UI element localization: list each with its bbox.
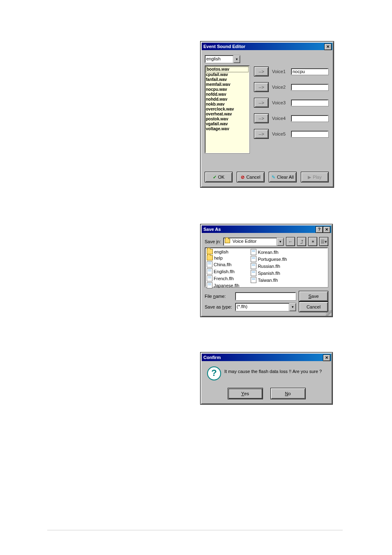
save-as-type-select[interactable]: (*.flh) ▾	[235, 303, 296, 311]
file-name-input[interactable]	[235, 292, 296, 301]
list-item[interactable]: French.flh	[207, 275, 239, 281]
view-icon[interactable]: ☰▾	[319, 237, 328, 246]
save-button[interactable]: Save	[299, 291, 328, 302]
voice-row-5: --> Voice5	[254, 129, 329, 138]
list-item[interactable]: Japanese.flh	[207, 282, 239, 288]
no-button[interactable]: No	[270, 388, 306, 399]
clear-all-button-label: Clear All	[277, 175, 294, 180]
close-icon[interactable]: ✕	[323, 355, 330, 361]
file-icon	[251, 270, 256, 276]
save-as-type-value: (*.flh)	[237, 304, 247, 309]
list-item[interactable]: nofdd.wav	[206, 92, 249, 97]
voice-row-3: --> Voice3	[254, 98, 329, 107]
clear-all-button[interactable]: ✎ Clear All	[269, 172, 297, 182]
new-folder-icon[interactable]: ✶	[308, 237, 317, 246]
list-item[interactable]: cpufail.wav	[206, 72, 249, 77]
list-item[interactable]: nocpu.wav	[206, 87, 249, 92]
cancel-button[interactable]: Cancel	[299, 302, 328, 312]
list-item[interactable]: postok.wav	[206, 117, 249, 122]
confirm-dialog: Confirm ✕ ? It may cause the flash data …	[200, 352, 333, 405]
list-item[interactable]: memfail.wav	[206, 82, 249, 87]
titlebar: Event Sound Editor ✕	[202, 43, 332, 50]
voice-label: Voice3	[272, 100, 288, 105]
list-item[interactable]: nokb.wav	[206, 102, 249, 107]
check-icon: ✓	[213, 175, 217, 180]
list-item[interactable]: vgafail.wav	[206, 122, 249, 127]
ok-button[interactable]: ✓ OK	[205, 172, 233, 182]
list-item[interactable]: Korean.flh	[251, 249, 287, 255]
voice-row-2: --> Voice2	[254, 83, 329, 92]
titlebar-text: Confirm	[203, 354, 221, 361]
assign-button[interactable]: -->	[254, 82, 269, 92]
voice-label: Voice4	[272, 116, 288, 121]
save-as-type-label: Save as type:	[205, 304, 233, 309]
list-item[interactable]: Portuguese.flh	[251, 256, 287, 262]
list-item[interactable]: overclock.wav	[206, 107, 249, 112]
chevron-down-icon[interactable]: ▾	[277, 238, 284, 246]
wav-listbox[interactable]: bootos.wav cpufail.wav fanfail.wav memfa…	[205, 65, 250, 154]
list-item[interactable]: voltage.wav	[206, 127, 249, 131]
voice-row-4: --> Voice4	[254, 114, 329, 123]
play-button-label: Play	[313, 175, 321, 180]
up-folder-icon[interactable]: ⮥	[297, 237, 306, 246]
list-item[interactable]: nohdd.wav	[206, 97, 249, 102]
question-icon: ?	[207, 366, 221, 380]
list-item[interactable]: English.flh	[207, 268, 239, 274]
assign-button[interactable]: -->	[254, 98, 269, 108]
list-item[interactable]: help	[207, 255, 239, 260]
back-icon[interactable]: ←	[286, 237, 295, 246]
file-name-label: File name:	[205, 294, 233, 299]
cancel-button[interactable]: ⊘ Cancel	[237, 172, 265, 182]
chevron-down-icon[interactable]: ▾	[233, 55, 240, 63]
list-item[interactable]: fanfail.wav	[206, 77, 249, 82]
list-item[interactable]: Russian.flh	[251, 263, 287, 269]
event-sound-editor-dialog: Event Sound Editor ✕ english ▾ bootos.wa…	[200, 41, 334, 188]
list-item[interactable]: english	[207, 249, 239, 254]
close-icon[interactable]: ✕	[323, 226, 330, 233]
list-item[interactable]: overheat.wav	[206, 112, 249, 117]
save-as-dialog: Save As ? ✕ Save in: Voice Editor ▾ ← ⮥ …	[200, 224, 333, 317]
list-item[interactable]: Taiwan.flh	[251, 277, 287, 283]
page-divider	[47, 530, 343, 530]
save-in-value: Voice Editor	[233, 239, 257, 244]
voice-label: Voice5	[272, 131, 288, 136]
language-select-value: english	[206, 56, 221, 61]
yes-button[interactable]: Yes	[228, 388, 263, 399]
folder-open-icon	[225, 239, 230, 243]
dialog-button-bar: Yes No	[201, 388, 332, 399]
assign-button[interactable]: -->	[254, 67, 269, 76]
chevron-down-icon[interactable]: ▾	[289, 303, 296, 311]
list-item[interactable]: bootos.wav	[206, 67, 249, 72]
voice2-input[interactable]	[291, 84, 329, 91]
ok-button-label: OK	[218, 175, 225, 180]
voice5-input[interactable]	[291, 131, 329, 138]
voice-row-1: --> Voice1 nocpu	[254, 67, 329, 76]
confirm-message: It may cause the flash data loss !! Are …	[224, 369, 327, 374]
brush-icon: ✎	[272, 175, 275, 180]
file-list-pane[interactable]: english help China.flh English.flh Frenc…	[205, 247, 328, 288]
folder-icon	[207, 255, 213, 260]
help-icon[interactable]: ?	[316, 226, 323, 233]
assign-button[interactable]: -->	[254, 129, 269, 139]
file-icon	[207, 275, 212, 281]
titlebar-text: Save As	[203, 226, 221, 233]
file-icon	[251, 263, 256, 269]
voice3-input[interactable]	[291, 99, 329, 106]
file-icon	[207, 282, 212, 288]
save-in-select[interactable]: Voice Editor ▾	[223, 237, 284, 246]
voice4-input[interactable]	[291, 115, 329, 122]
voice1-input[interactable]: nocpu	[291, 68, 329, 75]
voice-label: Voice2	[272, 85, 288, 90]
cancel-icon: ⊘	[241, 175, 244, 180]
play-button[interactable]: ▶ Play	[301, 172, 329, 182]
titlebar: Save As ? ✕	[202, 226, 331, 233]
resize-grip-icon[interactable]	[326, 310, 332, 316]
save-in-label: Save in:	[205, 239, 221, 244]
file-icon	[251, 277, 256, 283]
close-icon[interactable]: ✕	[324, 44, 332, 50]
language-select[interactable]: english ▾	[205, 55, 240, 63]
assign-button[interactable]: -->	[254, 113, 269, 123]
cancel-button-label: Cancel	[246, 175, 260, 180]
list-item[interactable]: China.flh	[207, 261, 239, 267]
list-item[interactable]: Spanish.flh	[251, 270, 287, 276]
